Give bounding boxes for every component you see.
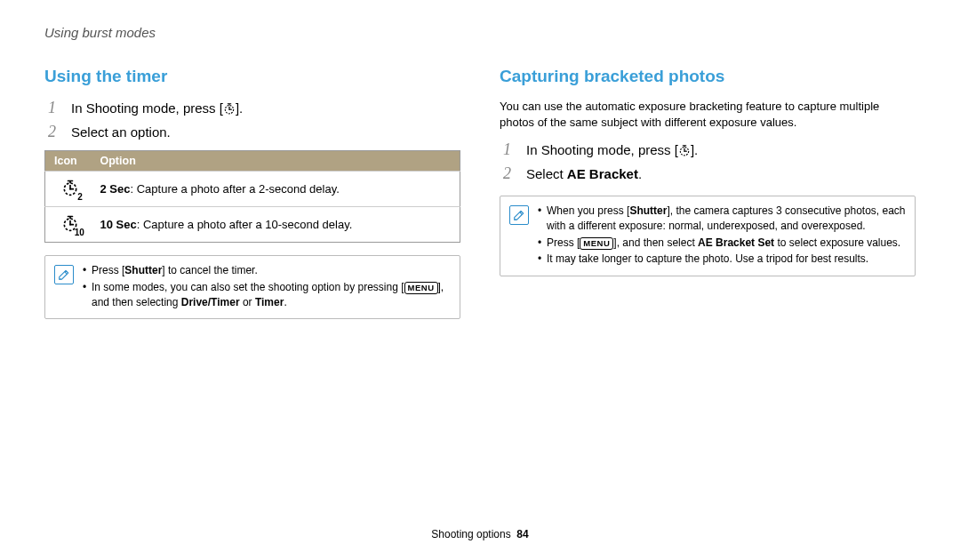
bracket-note: When you press [Shutter], the camera cap…: [500, 196, 916, 276]
bold-text: AE Bracket Set: [698, 236, 774, 249]
step-number: 2: [503, 164, 517, 183]
footer-section: Shooting options: [431, 528, 510, 540]
timer-options-table: Icon Option 2 2 Sec: Capture a p: [44, 150, 460, 243]
step-text: Select AE Bracket.: [526, 166, 642, 181]
footer-page-number: 84: [516, 528, 528, 540]
note-icon: [54, 265, 74, 284]
section-title-bracket: Capturing bracketed photos: [500, 67, 916, 86]
bracket-intro: You can use the automatic exposure brack…: [500, 99, 916, 130]
step-number: 2: [48, 123, 62, 141]
timer-10sec-icon: 10: [61, 214, 79, 235]
table-row: 10 10 Sec: Capture a photo after a 10-se…: [45, 207, 460, 243]
menu-icon: MENU: [404, 282, 438, 294]
note-item: Press [Shutter] to cancel the timer.: [83, 263, 451, 278]
bold-text: Drive/Timer: [181, 296, 240, 308]
note-item: In some modes, you can also set the shoo…: [83, 280, 451, 310]
bracket-step-1: 1 In Shooting mode, press [].: [503, 140, 916, 159]
page-footer: Shooting options 84: [0, 528, 960, 540]
th-option: Option: [92, 151, 460, 172]
section-title-timer: Using the timer: [44, 67, 460, 86]
timer-step-2: 2 Select an option.: [48, 123, 460, 141]
step-number: 1: [503, 140, 517, 159]
timer-step-1: 1 In Shooting mode, press [].: [48, 99, 460, 117]
note-icon: [509, 205, 529, 225]
timer-icon: [678, 144, 691, 159]
timer-steps: 1 In Shooting mode, press []. 2 Select a…: [44, 99, 460, 141]
bold-text: Shutter: [124, 264, 162, 276]
step-text: In Shooting mode, press [].: [71, 100, 243, 117]
bold-text: Timer: [255, 296, 284, 308]
note-item: It may take longer to capture the photo.…: [538, 252, 906, 267]
table-row: 2 2 Sec: Capture a photo after a 2-secon…: [45, 172, 460, 207]
left-column: Using the timer 1 In Shooting mode, pres…: [44, 67, 460, 319]
menu-icon: MENU: [580, 237, 613, 250]
note-list: When you press [Shutter], the camera cap…: [538, 204, 906, 268]
step-text: Select an option.: [71, 124, 171, 140]
bracket-step-2: 2 Select AE Bracket.: [503, 164, 916, 183]
step-number: 1: [48, 99, 62, 117]
step-text: In Shooting mode, press [].: [526, 142, 698, 159]
note-item: Press [MENU], and then select AE Bracket…: [538, 236, 906, 251]
timer-note: Press [Shutter] to cancel the timer.In s…: [44, 255, 460, 319]
note-list: Press [Shutter] to cancel the timer.In s…: [83, 263, 451, 311]
bracket-steps: 1 In Shooting mode, press []. 2 Select A…: [500, 140, 916, 183]
timer-2sec-icon: 2: [61, 179, 79, 199]
timer-icon: [223, 102, 236, 117]
note-item: When you press [Shutter], the camera cap…: [538, 204, 906, 234]
option-text: 10 Sec: Capture a photo after a 10-secon…: [92, 207, 460, 243]
right-column: Capturing bracketed photos You can use t…: [500, 67, 916, 319]
bold-text: Shutter: [629, 204, 667, 217]
option-text: 2 Sec: Capture a photo after a 2-second …: [92, 172, 460, 207]
th-icon: Icon: [45, 151, 92, 172]
page-header: Using burst modes: [44, 25, 916, 40]
